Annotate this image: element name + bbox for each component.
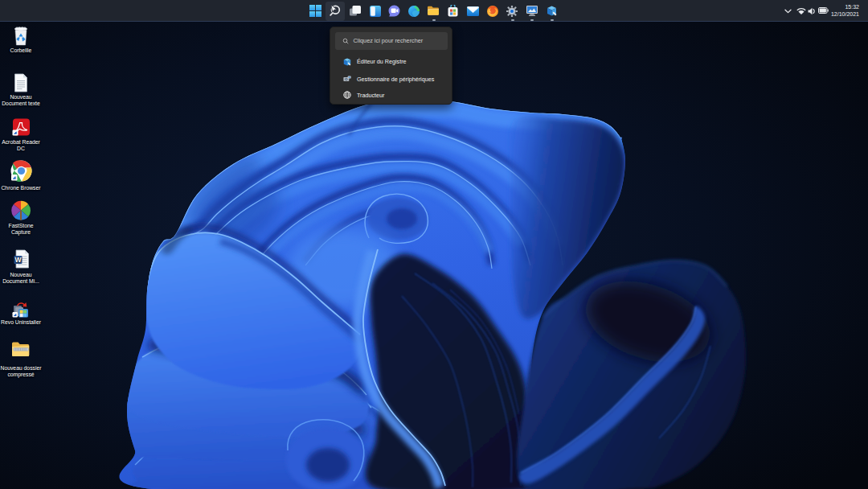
svg-text:W: W [14,256,22,264]
